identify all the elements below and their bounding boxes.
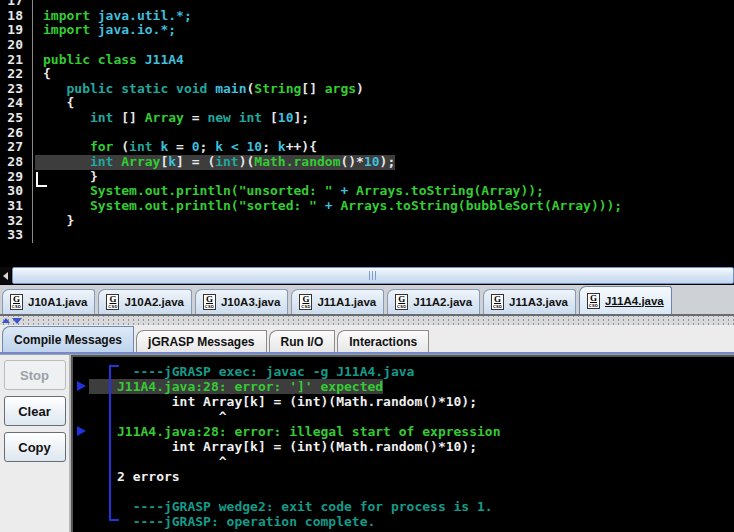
- file-tab-j11a4-java[interactable]: GCSDJ11A4.java: [579, 286, 672, 314]
- line-number: 30: [0, 184, 33, 199]
- line-number: 22: [0, 67, 33, 82]
- code-line[interactable]: 28 int Array[k] = (int)(Math.random()*10…: [0, 155, 734, 170]
- scroll-left-arrow-icon[interactable]: [0, 267, 11, 284]
- code-line-text: {: [43, 96, 74, 111]
- code-editor[interactable]: 1718import java.util.*;19import java.io.…: [0, 0, 734, 266]
- line-number: 31: [0, 199, 33, 214]
- line-number: 21: [0, 53, 33, 68]
- file-tab-j11a2-java[interactable]: GCSDJ11A2.java: [387, 289, 480, 314]
- message-line: ^: [117, 454, 734, 469]
- stop-button[interactable]: Stop: [4, 360, 66, 390]
- message-line: int Array[k] = (int)(Math.random()*10);: [117, 394, 734, 409]
- tab-compile-messages[interactable]: Compile Messages: [2, 326, 134, 352]
- clear-button[interactable]: Clear: [4, 396, 66, 426]
- code-line[interactable]: 29 }: [0, 170, 734, 185]
- file-tab-label: J10A3.java: [221, 296, 280, 308]
- bottom-content: StopClearCopy ----jGRASP exec: javac -g …: [0, 355, 734, 532]
- file-tab-label: J11A2.java: [413, 296, 472, 308]
- line-number: 25: [0, 111, 33, 126]
- csd-bracket-top: [109, 365, 119, 367]
- error-message-line[interactable]: J11A4.java:28: error: illegal start of e…: [117, 424, 734, 439]
- file-tab-j11a1-java[interactable]: GCSDJ11A1.java: [291, 289, 384, 314]
- line-number: 26: [0, 126, 33, 141]
- tab-run-i-o[interactable]: Run I/O: [269, 330, 336, 352]
- line-number: 28: [0, 155, 33, 170]
- jgrasp-csd-icon: GCSD: [587, 293, 600, 309]
- code-line-text: for (int k = 0; k < 10; k++){: [43, 140, 317, 155]
- code-line[interactable]: 22{: [0, 67, 734, 82]
- splitter-expand-up-icon[interactable]: [2, 318, 10, 323]
- tab-jgrasp-messages[interactable]: jGRASP Messages: [136, 330, 267, 352]
- compile-messages-panel[interactable]: ----jGRASP exec: javac -g J11A4.javaJ11A…: [71, 355, 734, 532]
- code-line[interactable]: 26: [0, 126, 734, 141]
- code-line[interactable]: 32 }: [0, 214, 734, 229]
- split-divider[interactable]: [0, 316, 734, 325]
- text-caret: [36, 172, 47, 187]
- code-line-text: }: [43, 214, 74, 229]
- code-line-text: System.out.println("unsorted: " + Arrays…: [43, 184, 544, 199]
- code-line-text: import java.io.*;: [43, 23, 176, 38]
- code-line[interactable]: 30 System.out.println("unsorted: " + Arr…: [0, 184, 734, 199]
- code-line[interactable]: 19import java.io.*;: [0, 23, 734, 38]
- code-line[interactable]: 25 int [] Array = new int [10];: [0, 111, 734, 126]
- file-tab-label: J10A1.java: [28, 296, 87, 308]
- code-lines: 1718import java.util.*;19import java.io.…: [0, 0, 734, 243]
- code-line-text: int Array[k] = (int)(Math.random()*10);: [35, 155, 395, 170]
- file-tab-bar: GCSDJ10A1.javaGCSDJ10A2.javaGCSDJ10A3.ja…: [0, 285, 734, 316]
- code-line-text: import java.util.*;: [43, 9, 192, 24]
- message-line: 2 errors: [117, 469, 734, 484]
- file-tab-j10a3-java[interactable]: GCSDJ10A3.java: [195, 289, 288, 314]
- file-tab-label: J11A3.java: [509, 296, 568, 308]
- code-line[interactable]: 27 for (int k = 0; k < 10; k++){: [0, 140, 734, 155]
- code-line-text: }: [43, 170, 98, 185]
- code-line-text: int [] Array = new int [10];: [43, 111, 309, 126]
- code-line[interactable]: 33: [0, 228, 734, 243]
- message-line: ----jGRASP wedge2: exit code for process…: [117, 499, 734, 514]
- file-tab-j11a3-java[interactable]: GCSDJ11A3.java: [483, 289, 576, 314]
- message-line: ^: [117, 409, 734, 424]
- line-number: 33: [0, 228, 33, 243]
- line-number: 24: [0, 96, 33, 111]
- line-number: 32: [0, 214, 33, 229]
- line-number: 20: [0, 38, 33, 53]
- error-marker-icon[interactable]: [77, 426, 86, 436]
- message-line: int Array[k] = (int)(Math.random()*10);: [117, 439, 734, 454]
- jgrasp-csd-icon: GCSD: [203, 294, 216, 310]
- message-button-panel: StopClearCopy: [0, 355, 71, 532]
- code-line[interactable]: 31 System.out.println("sorted: " + Array…: [0, 199, 734, 214]
- line-number: 29: [0, 170, 33, 185]
- message-line: ----jGRASP exec: javac -g J11A4.java: [117, 364, 734, 379]
- code-line[interactable]: 23 public static void main(String[] args…: [0, 82, 734, 97]
- csd-bracket-bottom: [109, 519, 119, 521]
- splitter-collapse-down-icon[interactable]: [12, 318, 22, 324]
- copy-button[interactable]: Copy: [4, 432, 66, 462]
- code-line-text: {: [43, 67, 51, 82]
- file-tab-label: J10A2.java: [124, 296, 183, 308]
- file-tab-j10a2-java[interactable]: GCSDJ10A2.java: [98, 289, 191, 314]
- file-tab-label: J11A4.java: [605, 295, 664, 307]
- horizontal-scrollbar[interactable]: [0, 266, 734, 285]
- line-number: 19: [0, 23, 33, 38]
- scrollbar-grip-icon: [369, 271, 378, 280]
- jgrasp-csd-icon: GCSD: [10, 294, 23, 310]
- line-number: 23: [0, 82, 33, 97]
- code-line-text: System.out.println("sorted: " + Arrays.t…: [43, 199, 622, 214]
- code-line[interactable]: 21public class J11A4: [0, 53, 734, 68]
- code-line[interactable]: 24 {: [0, 96, 734, 111]
- jgrasp-csd-icon: GCSD: [299, 294, 312, 310]
- error-message-line[interactable]: J11A4.java:28: error: ']' expected: [117, 379, 734, 394]
- jgrasp-csd-icon: GCSD: [106, 294, 119, 310]
- message-lines: ----jGRASP exec: javac -g J11A4.javaJ11A…: [73, 357, 734, 529]
- code-line[interactable]: 20: [0, 38, 734, 53]
- file-tab-j10a1-java[interactable]: GCSDJ10A1.java: [2, 289, 95, 314]
- code-line-text: public class J11A4: [43, 53, 184, 68]
- scrollbar-thumb[interactable]: [12, 267, 734, 284]
- csd-bracket: [109, 365, 111, 521]
- line-number: 18: [0, 9, 33, 24]
- code-line-text: public static void main(String[] args): [43, 82, 364, 97]
- line-number: 27: [0, 140, 33, 155]
- error-marker-icon[interactable]: [77, 381, 86, 391]
- message-tab-bar: Compile MessagesjGRASP MessagesRun I/OIn…: [0, 325, 734, 352]
- tab-interactions[interactable]: Interactions: [337, 330, 429, 352]
- code-line[interactable]: 18import java.util.*;: [0, 9, 734, 24]
